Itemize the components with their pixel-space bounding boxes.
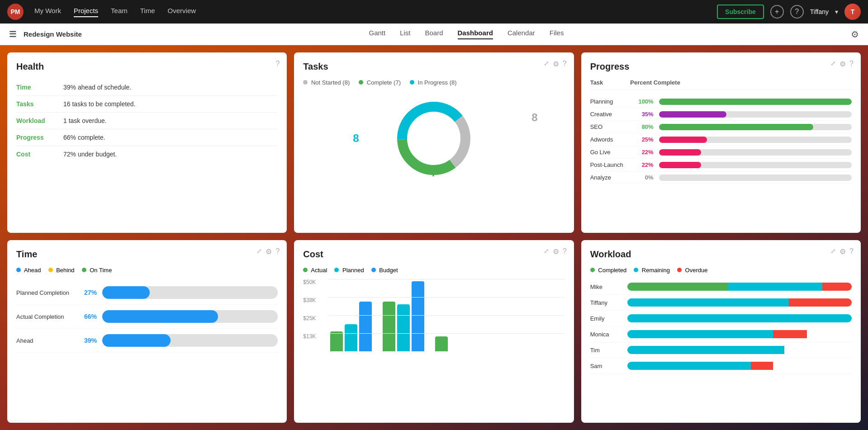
tasks-gear-icon[interactable]: ⚙ <box>553 60 559 68</box>
progress-pct-planning: 100% <box>636 98 654 105</box>
progress-task-adwords: Adwords <box>590 136 631 143</box>
nav-team[interactable]: Team <box>111 7 128 17</box>
health-label-tasks: Tasks <box>16 100 52 108</box>
progress-title: Progress <box>590 61 852 72</box>
progress-row-planning: Planning 100% <box>590 95 852 108</box>
health-row-tasks: Tasks 16 tasks to be completed. <box>16 96 278 113</box>
add-button[interactable]: + <box>770 5 784 19</box>
progress-expand-icon[interactable]: ⤢ <box>830 60 836 68</box>
sub-nav-right: ⚙ <box>851 29 859 40</box>
health-label-time: Time <box>16 84 52 91</box>
legend-completed: Completed <box>590 267 627 274</box>
cost-grid-line-1 <box>328 279 564 279</box>
progress-row-analyze: Analyze 0% <box>590 171 852 184</box>
user-avatar[interactable]: T <box>844 4 861 20</box>
tab-board[interactable]: Board <box>425 29 443 39</box>
legend-dot-in-progress <box>410 80 414 85</box>
health-label-progress: Progress <box>16 134 52 141</box>
time-bar-bg-planned <box>102 286 278 299</box>
time-title: Time <box>16 249 278 260</box>
legend-ahead: Ahead <box>16 267 41 274</box>
subscribe-button[interactable]: Subscribe <box>717 5 764 19</box>
tasks-expand-icon[interactable]: ⤢ <box>544 60 549 68</box>
nav-my-work[interactable]: My Work <box>34 7 61 17</box>
workload-name-emily: Emily <box>590 315 622 322</box>
user-chevron[interactable]: ▾ <box>835 8 838 15</box>
user-name: Tiffany <box>810 8 829 15</box>
cost-help-icon[interactable]: ? <box>563 247 567 256</box>
progress-card: Progress ⤢ ⚙ ? Task Percent Complete Pla… <box>581 52 861 233</box>
health-label-cost: Cost <box>16 151 52 158</box>
cost-gear-icon[interactable]: ⚙ <box>553 247 559 256</box>
time-bar-bg-ahead <box>102 334 278 347</box>
tasks-help-icon[interactable]: ? <box>563 60 567 68</box>
progress-pct-postlaunch: 22% <box>636 161 654 168</box>
top-nav-right: Subscribe + ? Tiffany ▾ T <box>717 4 861 20</box>
time-label-planned: Planned Completion <box>16 289 75 296</box>
workload-help-icon[interactable]: ? <box>849 247 854 256</box>
tab-gantt[interactable]: Gantt <box>369 29 385 39</box>
workload-expand-icon[interactable]: ⤢ <box>830 247 836 256</box>
progress-task-creative: Creative <box>590 111 631 118</box>
pm-logo[interactable]: PM <box>7 4 24 20</box>
health-value-cost: 72% under budget. <box>63 151 117 158</box>
workload-remaining-tiffany <box>627 298 789 307</box>
progress-bar-bg-adwords <box>659 137 852 143</box>
nav-projects[interactable]: Projects <box>74 7 98 17</box>
progress-task-seo: SEO <box>590 123 631 130</box>
time-legend: Ahead Behind On Time <box>16 267 278 274</box>
progress-pct-creative: 35% <box>636 111 654 118</box>
progress-gear-icon[interactable]: ⚙ <box>840 60 846 68</box>
cost-bar-group-3 <box>435 336 448 351</box>
progress-bar-bg-seo <box>659 124 852 130</box>
workload-bar-sam <box>627 362 852 370</box>
workload-bar-tim <box>627 346 852 354</box>
cost-title: Cost <box>303 249 564 260</box>
progress-help-icon[interactable]: ? <box>849 60 854 68</box>
tab-list[interactable]: List <box>400 29 410 39</box>
legend-on-time: On Time <box>82 267 112 274</box>
legend-not-started: Not Started (8) <box>303 79 350 86</box>
progress-task-planning: Planning <box>590 98 631 105</box>
legend-dot-planned <box>334 268 339 272</box>
workload-name-monica: Monica <box>590 331 622 338</box>
sub-nav: ☰ Redesign Website Gantt List Board Dash… <box>0 24 868 45</box>
health-help-icon[interactable]: ? <box>275 60 280 68</box>
workload-gear-icon[interactable]: ⚙ <box>840 247 846 256</box>
workload-title: Workload <box>590 249 852 260</box>
cost-bar-group-1 <box>330 302 372 351</box>
cost-expand-icon[interactable]: ⤢ <box>544 247 549 256</box>
progress-bar-fill-adwords <box>659 137 707 143</box>
legend-dot-not-started <box>303 80 308 85</box>
workload-bar-emily <box>627 314 852 322</box>
cost-bar-group-2 <box>383 281 424 351</box>
health-value-workload: 1 task overdue. <box>63 117 107 124</box>
tab-calendar[interactable]: Calendar <box>508 29 535 39</box>
legend-dot-overdue <box>677 268 682 272</box>
health-value-time: 39% ahead of schedule. <box>63 84 131 91</box>
hamburger-icon[interactable]: ☰ <box>9 29 16 39</box>
time-expand-icon[interactable]: ⤢ <box>256 247 262 256</box>
time-gear-icon[interactable]: ⚙ <box>266 247 272 256</box>
workload-name-tiffany: Tiffany <box>590 299 622 306</box>
tab-dashboard[interactable]: Dashboard <box>458 29 493 39</box>
workload-overdue-monica <box>773 330 806 338</box>
progress-pct-seo: 80% <box>636 123 654 130</box>
settings-icon[interactable]: ⚙ <box>851 29 859 39</box>
progress-row-seo: SEO 80% <box>590 121 852 133</box>
workload-overdue-mike <box>822 283 852 291</box>
time-pct-actual: 66% <box>81 313 97 320</box>
time-help-icon[interactable]: ? <box>275 247 280 256</box>
time-bar-bg-actual <box>102 310 278 323</box>
legend-dot-complete <box>359 80 363 85</box>
donut-container: 8 8 7 <box>303 93 564 184</box>
donut-label-right: 8 <box>531 111 537 124</box>
workload-row-monica: Monica <box>590 326 852 342</box>
nav-time[interactable]: Time <box>140 7 155 17</box>
legend-actual: Actual <box>303 267 327 274</box>
tab-files[interactable]: Files <box>550 29 564 39</box>
nav-overview[interactable]: Overview <box>168 7 196 17</box>
workload-remaining-mike <box>728 283 822 291</box>
help-button[interactable]: ? <box>790 5 804 19</box>
workload-card-icons: ⤢ ⚙ ? <box>830 247 854 256</box>
